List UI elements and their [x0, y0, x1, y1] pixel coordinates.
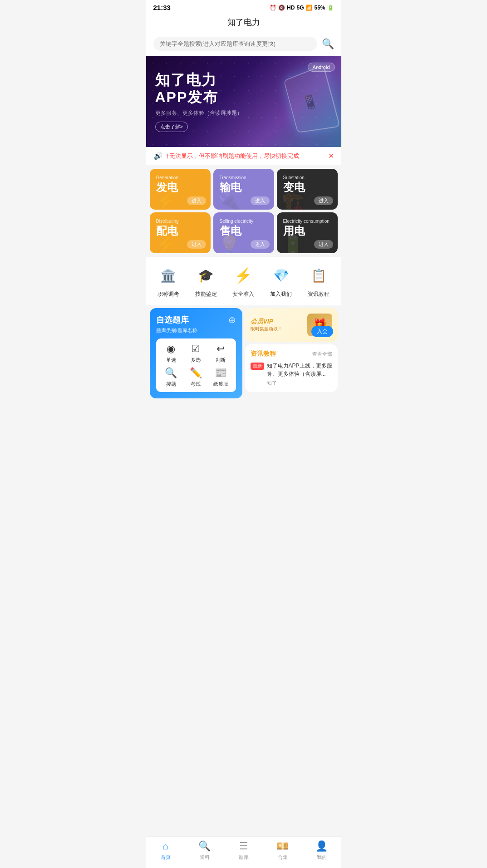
news-header: 资讯教程 查看全部: [251, 350, 332, 358]
news-body: 知了电力APP上线，更多服务、更多体验（含读屏... 知了: [267, 362, 332, 387]
quick-item-skill[interactable]: 🎓 技能鉴定: [195, 264, 217, 298]
collection-icon: 💴: [276, 840, 289, 852]
qbank-type-grid: ◉ 单选 ☑ 多选 ↩ 判断 🔍 搜题: [161, 343, 231, 387]
battery-label: 55%: [314, 5, 325, 11]
category-grid: Generation 发电 ⚡ 进入 Transmission 输电 🔌 进入 …: [146, 165, 341, 257]
quick-label-safety: 安全准入: [232, 290, 254, 298]
nav-qbank[interactable]: ☰ 题库: [224, 840, 263, 861]
nav-label-home: 首页: [161, 854, 171, 861]
news-content: 知了电力APP上线，更多服务、更多体验（含读屏...: [267, 362, 332, 378]
join-icon: 💎: [270, 264, 292, 287]
cat-enter-distributing[interactable]: 进入: [187, 240, 206, 249]
nav-label-mine: 我的: [317, 854, 327, 861]
mute-icon: 🔇: [278, 5, 285, 11]
notice-close-icon[interactable]: ✕: [328, 152, 334, 160]
network-icon: 5G: [296, 5, 304, 11]
banner-title-line2: APP发布: [155, 88, 287, 106]
profile-icon: 👤: [315, 840, 328, 852]
category-card-generation[interactable]: Generation 发电 ⚡ 进入: [150, 169, 211, 210]
search-input[interactable]: [160, 40, 311, 47]
vip-card: 会员VIP 限时集题领取！ 🎁 入会: [245, 308, 338, 342]
status-time: 21:33: [153, 4, 171, 11]
quick-item-career[interactable]: 🏛️ 职称调考: [157, 264, 180, 298]
nav-label-collection: 合集: [278, 854, 288, 861]
quick-item-safety[interactable]: ⚡ 安全准入: [232, 264, 255, 298]
banner[interactable]: 知了电力 APP发布 更多服务、更多体验（含读屏搜题） 点击了解> 📱 Andr…: [146, 56, 341, 147]
qbank-card: 自选题库 题库类别/题库名称 ⊕ ◉ 单选 ☑ 多选 ↩ 判断: [150, 308, 242, 398]
cat-enter-transmission[interactable]: 进入: [251, 196, 270, 205]
news-more-link[interactable]: 查看全部: [312, 351, 332, 358]
skill-icon: 🎓: [195, 264, 217, 287]
cat-enter-selling[interactable]: 进入: [251, 240, 270, 249]
category-card-distributing[interactable]: Distributing 配电 ⚡ 进入: [150, 212, 211, 253]
cat-en-transmission: Transmission: [220, 175, 268, 180]
nav-collection[interactable]: 💴 合集: [263, 840, 302, 861]
news-badge: 最新: [251, 363, 264, 370]
qbank-add-button[interactable]: ⊕: [228, 314, 236, 325]
notice-text: †无法显示，但不影响刷题功能使用，尽快切换完成: [166, 152, 325, 160]
banner-subtitle: 更多服务、更多体验（含读屏搜题）: [155, 109, 287, 117]
cat-enter-substation[interactable]: 进入: [314, 196, 333, 205]
qbank-nav-icon: ☰: [239, 840, 248, 852]
qtype-exam[interactable]: ✏️ 考试: [185, 367, 207, 387]
qtype-single[interactable]: ◉ 单选: [161, 343, 182, 363]
category-card-selling[interactable]: Selling electricity 售电 💡 进入: [213, 212, 274, 253]
banner-android-badge: Android: [308, 63, 335, 72]
search-input-wrap[interactable]: [153, 37, 317, 51]
vip-label: VIP: [263, 318, 274, 325]
cat-bg-icon-generation: ⚡: [154, 191, 177, 210]
cat-bg-icon-distributing: ⚡: [154, 234, 177, 253]
banner-cta-button[interactable]: 点击了解>: [155, 122, 188, 132]
notice-bar: 🔊 †无法显示，但不影响刷题功能使用，尽快切换完成 ✕: [146, 147, 341, 165]
cat-en-consumption: Electricity consumption: [283, 219, 331, 224]
cat-en-selling: Selling electricity: [220, 219, 268, 224]
search-button[interactable]: 🔍: [322, 38, 334, 50]
notice-volume-icon: 🔊: [153, 152, 162, 160]
right-column: 会员VIP 限时集题领取！ 🎁 入会 资讯教程 查看全部 最新 知了电力APP上…: [245, 308, 338, 398]
category-card-transmission[interactable]: Transmission 输电 🔌 进入: [213, 169, 274, 210]
vip-text: 会员VIP 限时集题领取！: [251, 318, 304, 332]
nav-label-data: 资料: [200, 854, 210, 861]
qtype-multi[interactable]: ☑ 多选: [185, 343, 207, 363]
qtype-judge[interactable]: ↩ 判断: [210, 343, 231, 363]
news-card: 资讯教程 查看全部 最新 知了电力APP上线，更多服务、更多体验（含读屏... …: [245, 344, 338, 392]
single-choice-icon: ◉: [167, 343, 175, 355]
status-bar: 21:33 ⏰ 🔇 HD 5G 📶 55% 🔋: [146, 0, 341, 13]
single-choice-label: 单选: [166, 357, 176, 363]
alarm-icon: ⏰: [270, 5, 276, 11]
paper-icon: 📰: [215, 367, 227, 379]
quick-label-news: 资讯教程: [308, 290, 330, 298]
cat-en-generation: Generation: [156, 175, 204, 180]
qtype-search[interactable]: 🔍 搜题: [161, 367, 182, 387]
paper-label: 纸质版: [213, 381, 228, 387]
judge-label: 判断: [216, 357, 226, 363]
exam-icon: ✏️: [190, 367, 202, 379]
quick-label-career: 职称调考: [157, 290, 179, 298]
nav-label-qbank: 题库: [239, 854, 249, 861]
news-item[interactable]: 最新 知了电力APP上线，更多服务、更多体验（含读屏... 知了: [251, 362, 332, 387]
cat-enter-consumption[interactable]: 进入: [314, 240, 333, 249]
qbank-types-grid: ◉ 单选 ☑ 多选 ↩ 判断 🔍 搜题: [156, 338, 236, 392]
nav-home[interactable]: ⌂ 首页: [146, 840, 185, 861]
judge-icon: ↩: [216, 343, 225, 355]
cat-bg-icon-transmission: 🔌: [218, 191, 241, 210]
category-card-consumption[interactable]: Electricity consumption 用电 🔋 进入: [277, 212, 338, 253]
quick-label-skill: 技能鉴定: [195, 290, 217, 298]
vip-join-button[interactable]: 入会: [311, 326, 333, 337]
bottom-section: 自选题库 题库类别/题库名称 ⊕ ◉ 单选 ☑ 多选 ↩ 判断: [146, 308, 341, 402]
home-icon: ⌂: [162, 840, 168, 852]
cat-enter-generation[interactable]: 进入: [187, 196, 206, 205]
search-label: 搜题: [166, 381, 176, 387]
quick-item-news[interactable]: 📋 资讯教程: [307, 264, 330, 298]
quick-item-join[interactable]: 💎 加入我们: [270, 264, 292, 298]
cat-bg-icon-substation: 🏗️: [281, 191, 304, 210]
search-bar: 🔍: [146, 33, 341, 56]
battery-icon: 🔋: [327, 5, 334, 11]
category-card-substation[interactable]: Substation 变电 🏗️ 进入: [277, 169, 338, 210]
cat-en-substation: Substation: [283, 175, 331, 180]
multi-choice-icon: ☑: [191, 343, 200, 355]
nav-mine[interactable]: 👤 我的: [302, 840, 341, 861]
qtype-paper[interactable]: 📰 纸质版: [210, 367, 231, 387]
qbank-subtitle: 题库类别/题库名称: [156, 327, 236, 334]
nav-data[interactable]: 🔍 资料: [185, 840, 224, 861]
